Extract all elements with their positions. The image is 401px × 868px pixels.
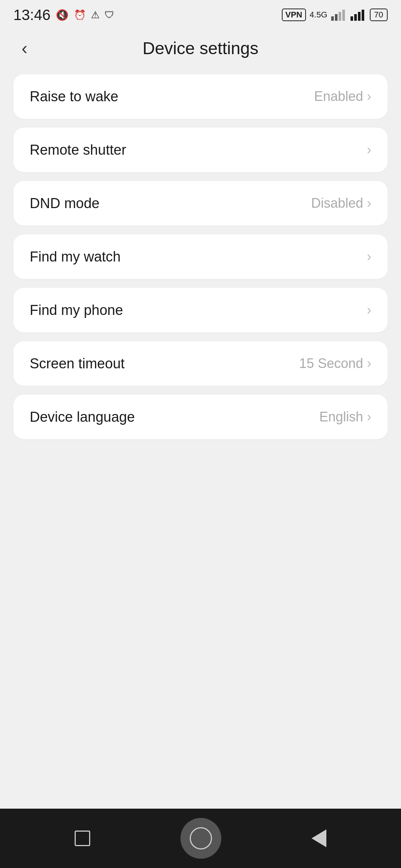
network-type: 4.5G [310,10,327,20]
home-icon [180,818,221,859]
back-nav-icon [312,829,326,847]
settings-value-device-language: English [319,409,363,425]
battery-badge: 70 [370,9,388,21]
status-bar-left: 13:46 🔇 ⏰ ⚠ 🛡 [13,7,114,23]
svg-rect-1 [335,14,338,21]
back-button[interactable]: ‹ [13,37,36,59]
settings-label-find-my-watch: Find my watch [30,249,121,265]
svg-rect-4 [351,16,353,21]
chevron-right-icon-5: › [367,356,371,371]
settings-item-screen-timeout[interactable]: Screen timeout 15 Second › [13,341,388,386]
bottom-nav-bar [0,809,401,868]
settings-label-find-my-phone: Find my phone [30,302,123,318]
signal-bars-1 [331,9,347,21]
settings-label-screen-timeout: Screen timeout [30,356,125,372]
svg-rect-0 [331,16,334,21]
back-arrow-icon: ‹ [22,39,27,57]
chevron-right-icon-6: › [367,409,371,425]
settings-right-find-my-watch: › [367,249,371,264]
settings-value-dnd-mode: Disabled [311,195,363,211]
status-bar-right: VPN 4.5G 70 [282,9,388,21]
app-header: ‹ Device settings [0,30,401,67]
settings-value-screen-timeout: 15 Second [299,356,363,371]
home-icon-inner [190,827,212,849]
chevron-right-icon-3: › [367,249,371,264]
settings-item-find-my-phone[interactable]: Find my phone › [13,288,388,332]
settings-right-remote-shutter: › [367,142,371,158]
settings-item-raise-to-wake[interactable]: Raise to wake Enabled › [13,74,388,119]
settings-value-raise-to-wake: Enabled [314,89,363,104]
svg-rect-3 [342,10,345,21]
svg-rect-2 [339,12,341,21]
chevron-right-icon-2: › [367,195,371,211]
chevron-right-icon-1: › [367,142,371,158]
svg-rect-7 [362,10,364,21]
settings-label-raise-to-wake: Raise to wake [30,89,118,105]
settings-item-find-my-watch[interactable]: Find my watch › [13,234,388,279]
status-time: 13:46 [13,7,50,23]
page-title: Device settings [143,38,258,58]
home-button[interactable] [180,818,221,859]
status-bar: 13:46 🔇 ⏰ ⚠ 🛡 VPN 4.5G 70 [0,0,401,30]
settings-right-device-language: English › [319,409,371,425]
warning-icon: ⚠ [91,9,100,21]
settings-item-remote-shutter[interactable]: Remote shutter › [13,128,388,172]
vpn-badge: VPN [282,9,306,21]
signal-bars-2 [351,9,366,21]
settings-label-device-language: Device language [30,409,135,425]
settings-label-remote-shutter: Remote shutter [30,142,126,158]
back-nav-button[interactable] [312,829,326,847]
chevron-right-icon-0: › [367,89,371,104]
settings-right-find-my-phone: › [367,302,371,318]
settings-label-dnd-mode: DND mode [30,195,100,211]
settings-right-dnd-mode: Disabled › [311,195,371,211]
settings-item-device-language[interactable]: Device language English › [13,395,388,439]
settings-right-raise-to-wake: Enabled › [314,89,371,104]
alarm-icon: ⏰ [74,9,86,21]
settings-list: Raise to wake Enabled › Remote shutter ›… [0,67,401,809]
settings-item-dnd-mode[interactable]: DND mode Disabled › [13,181,388,226]
mute-icon: 🔇 [56,9,69,21]
recent-apps-button[interactable] [75,831,90,846]
settings-right-screen-timeout: 15 Second › [299,356,371,371]
recent-apps-icon [75,831,90,846]
svg-rect-5 [354,14,357,21]
shield-icon: 🛡 [105,9,114,21]
svg-rect-6 [358,12,361,21]
chevron-right-icon-4: › [367,302,371,318]
